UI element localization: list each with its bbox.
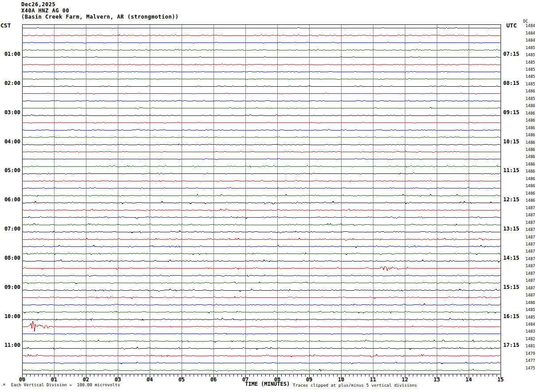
seismo-trace-row: [22, 289, 501, 292]
minute-tick-label: 03: [111, 377, 125, 383]
dc-value: 1485: [519, 67, 535, 72]
seismo-trace-row: [22, 42, 501, 43]
dc-value: 1484: [519, 38, 535, 42]
minute-tick-label: 04: [143, 377, 157, 383]
dc-value: 1486: [519, 191, 535, 196]
minute-tick-label: 10: [334, 377, 348, 383]
dc-value: 1487: [519, 242, 535, 246]
seismo-trace-row: [22, 347, 501, 350]
seismo-trace-row: [22, 304, 501, 306]
seismogram-plot-area: [0, 0, 536, 392]
minute-tick-label: 00: [15, 377, 29, 383]
dc-value: 1487: [519, 220, 535, 225]
minute-tick-label: 06: [206, 377, 221, 383]
dc-value: 1484: [519, 23, 535, 28]
seismo-trace-row: [22, 49, 501, 50]
scale-note: Each Vertical Division = 100.00 microvol…: [11, 382, 120, 387]
dc-value: 1487: [519, 206, 535, 210]
dc-value: 1485: [519, 315, 535, 319]
cst-hour-label: 04:00: [1, 138, 20, 145]
dc-value: 1487: [519, 264, 535, 268]
dc-value: 1486: [519, 89, 535, 93]
seismo-trace-row: [22, 266, 501, 271]
seismo-trace-row: [22, 173, 501, 174]
minute-tick-label: 15: [493, 377, 508, 383]
minute-tick-label: 11: [366, 377, 380, 383]
seismo-trace-row: [22, 311, 501, 313]
cst-hour-label: 10:00: [1, 313, 20, 319]
dc-value: 1486: [519, 184, 535, 188]
cst-hour-label: 06:00: [1, 196, 20, 203]
x-axis-title: TIME (MINUTES): [245, 381, 290, 387]
helicorder-page: Dec26,2025 X40A HNZ AG 00 (Basin Creek F…: [0, 0, 536, 392]
minute-tick-label: 02: [79, 377, 93, 383]
dc-value: 1477: [519, 358, 535, 363]
seismo-trace-row: [22, 93, 501, 94]
seismo-trace-row: [22, 144, 501, 145]
dc-value: 1486: [519, 133, 535, 137]
seismo-trace-row: [22, 71, 501, 72]
seismo-trace-row: [22, 318, 501, 320]
seismo-trace-row: [22, 216, 501, 219]
dc-value: 1486: [519, 169, 535, 173]
dc-value: 1486: [519, 300, 535, 305]
dc-value: 1487: [519, 213, 535, 217]
dc-value: 1487: [519, 271, 535, 276]
seismo-trace-row: [22, 354, 501, 357]
dc-value: 1486: [519, 118, 535, 123]
dc-value: 1486: [519, 147, 535, 152]
seismo-trace-row: [22, 78, 501, 80]
seismo-trace-row: [22, 86, 501, 87]
dc-value: 1486: [519, 198, 535, 203]
seismo-trace-row: [22, 115, 501, 116]
dc-value: 1486: [519, 104, 535, 108]
seismo-trace-row: [22, 321, 501, 331]
seismo-trace-row: [22, 107, 501, 109]
seismo-trace-row: [22, 369, 501, 371]
minute-tick-label: 09: [302, 377, 316, 383]
dc-value: 1485: [519, 53, 535, 57]
seismo-trace-row: [22, 296, 501, 299]
minute-tick-label: 14: [462, 377, 476, 383]
seismo-trace-row: [22, 194, 501, 196]
minute-tick-label: 01: [47, 377, 61, 383]
cst-hour-label: 09:00: [1, 284, 20, 290]
dc-value: 1486: [519, 154, 535, 159]
minute-tick-label: 13: [430, 377, 444, 383]
dc-value: 1486: [519, 177, 535, 181]
seismo-trace-row: [22, 282, 501, 284]
minute-tick-label: 12: [398, 377, 412, 383]
seismo-trace-row: [22, 64, 501, 65]
cst-hour-label: 08:00: [1, 255, 20, 261]
seismo-trace-row: [22, 136, 501, 138]
seismo-trace-row: [22, 253, 501, 255]
seismo-trace-row: [22, 260, 501, 262]
dc-value: 1487: [519, 293, 535, 297]
seismo-trace-row: [22, 209, 501, 211]
seismo-trace-row: [22, 245, 501, 248]
seismo-trace-row: [22, 100, 501, 101]
dc-value: 1487: [519, 235, 535, 239]
logo-mark: .M: [1, 383, 5, 387]
dc-value: 1487: [519, 286, 535, 290]
dc-value: 1479: [519, 351, 535, 356]
dc-value: 1486: [519, 140, 535, 145]
seismo-trace-row: [22, 238, 501, 240]
dc-value: 1487: [519, 227, 535, 232]
cst-hour-label: 01:00: [1, 51, 20, 57]
seismo-trace-row: [22, 362, 501, 364]
dc-value: 1485: [519, 60, 535, 65]
dc-value: 1486: [519, 111, 535, 115]
dc-value: 1485: [519, 307, 535, 312]
seismo-trace-row: [22, 201, 501, 204]
minute-tick-label: 05: [175, 377, 189, 383]
seismo-trace-row: [22, 275, 501, 277]
dc-value: 1486: [519, 126, 535, 130]
cst-hour-label: 05:00: [1, 167, 20, 173]
seismo-trace-row: [22, 165, 501, 167]
dc-value: 1487: [519, 278, 535, 283]
dc-value: 1475: [519, 366, 535, 370]
dc-value: 1485: [519, 46, 535, 50]
seismo-trace-row: [22, 35, 501, 36]
seismo-trace-row: [22, 129, 501, 131]
